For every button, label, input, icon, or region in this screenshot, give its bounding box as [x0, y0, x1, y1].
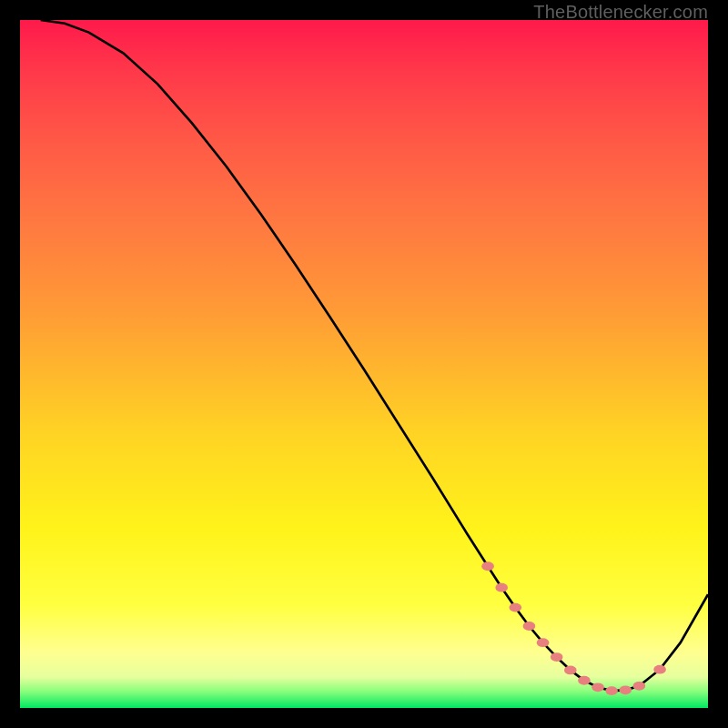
gradient-background	[20, 20, 708, 708]
plot-area	[20, 20, 708, 708]
chart-frame: TheBottlenecker.com	[0, 0, 728, 728]
